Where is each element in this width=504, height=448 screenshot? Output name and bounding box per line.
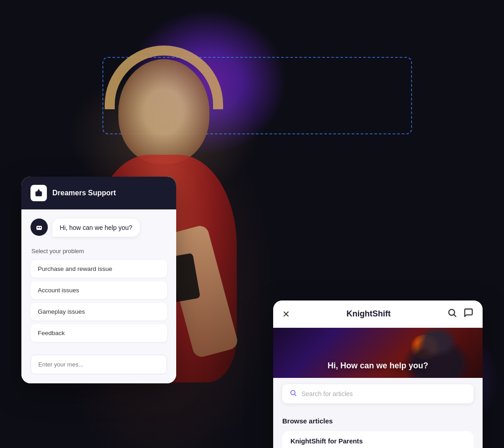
problem-feedback[interactable]: Feedback [31, 324, 167, 342]
search-header-icon[interactable] [447, 308, 457, 320]
chat-bubble-row: Hi, how can we help you? [31, 219, 167, 237]
svg-point-8 [37, 227, 39, 228]
bot-avatar [31, 219, 48, 236]
close-icon[interactable]: ✕ [282, 309, 290, 320]
svg-point-3 [39, 193, 41, 194]
problem-purchase[interactable]: Purchase and reward issue [31, 260, 167, 278]
header-icons [447, 308, 473, 320]
bot-icon-header [31, 185, 47, 201]
select-problem-label: Select your problem [31, 248, 167, 255]
search-placeholder-text: Search for articles [301, 390, 466, 397]
hero-banner: Hi, How can we help you? [273, 328, 483, 378]
svg-rect-7 [36, 226, 42, 230]
app-title: KnightShift [346, 309, 391, 319]
svg-rect-0 [36, 192, 41, 196]
chat-bubble: Hi, how can we help you? [52, 219, 140, 237]
message-input[interactable] [31, 355, 167, 374]
message-input-area [21, 349, 176, 383]
svg-rect-4 [38, 190, 40, 192]
hero-question: Hi, How can we help you? [273, 361, 483, 371]
person-head [118, 59, 209, 164]
chat-header-icon[interactable] [463, 308, 473, 320]
problem-gameplay[interactable]: Gameplay issues [31, 303, 167, 321]
browse-articles-title: Browse articles [282, 417, 473, 425]
right-widget-header: ✕ KnightShift [273, 300, 483, 328]
search-icon [290, 389, 297, 398]
browse-articles-section: Browse articles KnightShift for Parents … [273, 410, 483, 448]
category-header-parents: KnightShift for Parents [282, 431, 473, 448]
svg-line-13 [295, 394, 296, 396]
left-widget-header: Dreamers Support [21, 177, 176, 209]
problem-list: Purchase and reward issue Account issues… [31, 260, 167, 342]
left-widget-body: Hi, how can we help you? Select your pro… [21, 209, 176, 349]
svg-point-6 [38, 189, 39, 190]
svg-point-9 [40, 227, 41, 228]
svg-point-2 [37, 193, 38, 194]
search-bar[interactable]: Search for articles [282, 384, 473, 403]
svg-line-11 [454, 315, 456, 316]
problem-account[interactable]: Account issues [31, 281, 167, 299]
article-category-parents: KnightShift for Parents Missing Currency… [282, 431, 473, 448]
search-container: Search for articles [273, 378, 483, 410]
left-widget-title: Dreamers Support [52, 189, 116, 197]
